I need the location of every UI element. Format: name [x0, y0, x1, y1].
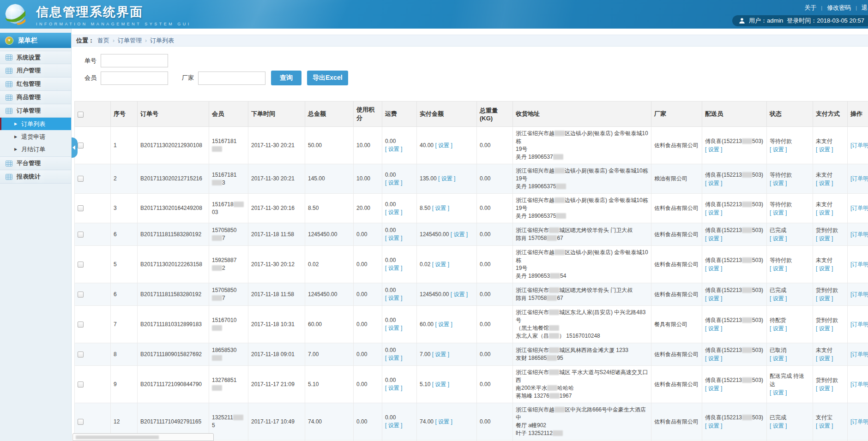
order-detail-link[interactable]: [订单明细]	[850, 205, 868, 211]
row-checkbox[interactable]	[78, 322, 84, 328]
order-detail-link[interactable]: [订单明细]	[850, 231, 868, 238]
set-link[interactable]: [ 设置 ]	[705, 180, 722, 186]
set-link[interactable]: [ 设置 ]	[435, 321, 452, 328]
sidebar-item-红包管理[interactable]: 红包管理	[0, 77, 71, 91]
sidebar-collapse-handle[interactable]	[72, 137, 78, 158]
censor-blur	[76, 435, 159, 439]
row-checkbox[interactable]	[78, 176, 84, 182]
search-button[interactable]: 查询	[271, 71, 301, 85]
sidebar-item-月结订单[interactable]: ▶月结订单	[0, 143, 71, 155]
breadcrumb-link[interactable]: 首页	[97, 36, 109, 45]
set-link[interactable]: [ 设置 ]	[770, 295, 787, 302]
member-input[interactable]	[101, 72, 168, 85]
set-link[interactable]: [ 设置 ]	[770, 325, 787, 332]
order-detail-link[interactable]: [订单明细]	[850, 321, 868, 328]
order-detail-link[interactable]: [订单明细]	[850, 261, 868, 268]
set-link[interactable]: [ 设置 ]	[705, 295, 722, 302]
set-link[interactable]: [ 设置 ]	[770, 180, 787, 186]
set-link[interactable]: [ 设置 ]	[432, 261, 449, 268]
set-link[interactable]: [ 设置 ]	[435, 142, 452, 149]
set-link[interactable]: [ 设置 ]	[432, 205, 449, 211]
set-link[interactable]: [ 设置 ]	[385, 355, 402, 361]
breadcrumb-link[interactable]: 订单列表	[150, 36, 174, 45]
set-link[interactable]: [ 设置 ]	[705, 265, 722, 272]
header-link[interactable]: 退出	[862, 4, 868, 12]
row-checkbox[interactable]	[78, 381, 84, 387]
set-link[interactable]: [ 设置 ]	[770, 146, 787, 153]
set-link[interactable]: [ 设置 ]	[816, 146, 833, 153]
export-excel-button[interactable]: 导出Excel	[307, 71, 348, 85]
set-link[interactable]: [ 设置 ]	[816, 355, 833, 362]
sidebar-item-报表统计[interactable]: 报表统计	[0, 170, 71, 184]
set-link[interactable]: [ 设置 ]	[705, 423, 722, 429]
breadcrumb-link[interactable]: 订单管理	[118, 36, 142, 45]
row-checkbox[interactable]	[78, 292, 84, 298]
header-link[interactable]: 关于	[804, 4, 816, 12]
grid-icon	[6, 81, 12, 87]
set-link[interactable]: [ 设置 ]	[385, 325, 402, 331]
row-checkbox[interactable]	[78, 232, 84, 238]
factory-input[interactable]	[198, 72, 265, 85]
set-link[interactable]: [ 设置 ]	[705, 325, 722, 332]
sidebar-item-订单列表[interactable]: ▶订单列表	[0, 118, 71, 130]
set-link[interactable]: [ 设置 ]	[435, 418, 452, 425]
sidebar-item-平台管理[interactable]: 平台管理	[0, 157, 71, 170]
set-link[interactable]: [ 设置 ]	[816, 295, 833, 302]
set-link[interactable]: [ 设置 ]	[385, 295, 402, 301]
order-detail-link[interactable]: [订单明细]	[850, 418, 868, 425]
set-link[interactable]: [ 设置 ]	[385, 179, 402, 186]
row-checkbox[interactable]	[78, 205, 84, 211]
order-detail-link[interactable]: [订单明细]	[850, 351, 868, 358]
set-link[interactable]: [ 设置 ]	[432, 381, 449, 387]
row-checkbox[interactable]	[78, 262, 84, 268]
set-link[interactable]: [ 设置 ]	[385, 235, 402, 241]
set-link[interactable]: [ 设置 ]	[451, 231, 468, 238]
set-link[interactable]: [ 设置 ]	[385, 146, 402, 152]
row-checkbox[interactable]	[78, 419, 84, 425]
select-all-checkbox[interactable]	[78, 112, 84, 118]
sidebar-item-商品管理[interactable]: 商品管理	[0, 91, 71, 104]
table-row: 2B20171130202127152161516718132017-11-30…	[75, 164, 868, 194]
set-link[interactable]: [ 设置 ]	[816, 423, 833, 429]
order-detail-link[interactable]: [订单明细]	[850, 291, 868, 298]
set-link[interactable]: [ 设置 ]	[816, 325, 833, 332]
row-checkbox[interactable]	[78, 143, 84, 149]
sidebar-item-退货申请[interactable]: ▶退货申请	[0, 131, 71, 143]
set-link[interactable]: [ 设置 ]	[770, 235, 787, 242]
set-link[interactable]: [ 设置 ]	[385, 385, 402, 391]
set-link[interactable]: [ 设置 ]	[770, 423, 787, 429]
set-link[interactable]: [ 设置 ]	[770, 355, 787, 362]
header-link[interactable]: 修改密码	[827, 4, 851, 12]
set-link[interactable]: [ 设置 ]	[385, 265, 402, 271]
sidebar-item-系统设置[interactable]: 系统设置	[0, 51, 71, 64]
set-link[interactable]: [ 设置 ]	[451, 291, 468, 298]
row-checkbox[interactable]	[78, 352, 84, 358]
set-link[interactable]: [ 设置 ]	[816, 235, 833, 242]
set-link[interactable]: [ 设置 ]	[385, 422, 402, 429]
set-link[interactable]: [ 设置 ]	[816, 209, 833, 216]
address-line: 叶子 13252112	[516, 429, 648, 437]
set-link[interactable]: [ 设置 ]	[770, 209, 787, 216]
grid-icon	[6, 95, 12, 101]
set-link[interactable]: [ 设置 ]	[432, 351, 449, 358]
set-link[interactable]: [ 设置 ]	[705, 209, 722, 216]
order-detail-link[interactable]: [订单明细]	[850, 381, 868, 387]
set-link[interactable]: [ 设置 ]	[705, 146, 722, 153]
order-detail-link[interactable]: [订单明细]	[850, 175, 868, 182]
set-link[interactable]: [ 设置 ]	[705, 385, 722, 392]
set-link[interactable]: [ 设置 ]	[438, 175, 455, 182]
set-link[interactable]: [ 设置 ]	[816, 265, 833, 272]
sidebar-item-用户管理[interactable]: 用户管理	[0, 64, 71, 77]
set-link[interactable]: [ 设置 ]	[770, 389, 787, 396]
order-no-input[interactable]	[101, 54, 168, 67]
sidebar-header[interactable]: ▼ 菜单栏	[0, 33, 71, 48]
set-link[interactable]: [ 设置 ]	[385, 209, 402, 215]
member-id: 13252115	[209, 403, 248, 441]
sidebar-item-订单管理[interactable]: 订单管理	[0, 104, 71, 118]
set-link[interactable]: [ 设置 ]	[770, 265, 787, 272]
order-detail-link[interactable]: [订单明细]	[850, 142, 868, 149]
set-link[interactable]: [ 设置 ]	[816, 180, 833, 186]
set-link[interactable]: [ 设置 ]	[705, 235, 722, 242]
set-link[interactable]: [ 设置 ]	[705, 355, 722, 362]
set-link[interactable]: [ 设置 ]	[816, 385, 833, 392]
